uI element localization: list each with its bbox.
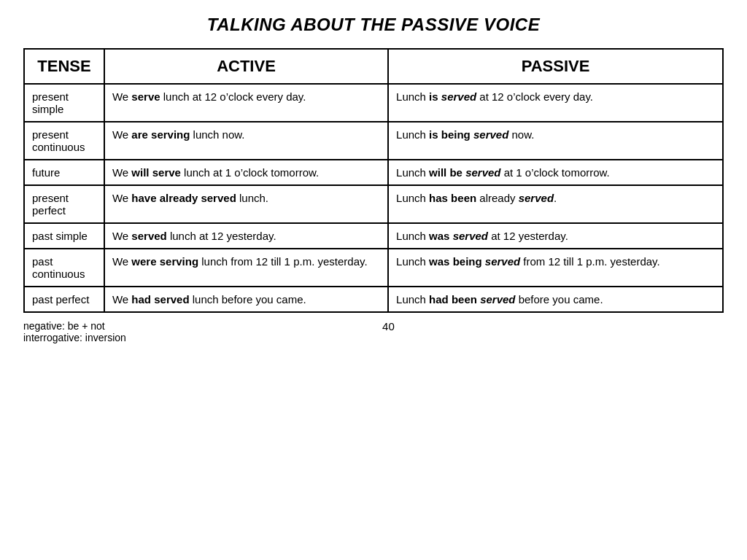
tense-cell: present continuous <box>24 122 104 160</box>
table-row: present simpleWe serve lunch at 12 o’clo… <box>24 84 723 122</box>
active-cell: We are serving lunch now. <box>104 122 388 160</box>
active-cell: We have already served lunch. <box>104 185 388 223</box>
passive-cell: Lunch is being served now. <box>388 122 723 160</box>
table-row: present continuousWe are serving lunch n… <box>24 122 723 160</box>
active-cell: We served lunch at 12 yesterday. <box>104 223 388 249</box>
tense-cell: past continuous <box>24 249 104 287</box>
page-number: 40 <box>126 320 651 332</box>
page-title: TALKING ABOUT THE PASSIVE VOICE <box>207 15 540 35</box>
table-row: past perfectWe had served lunch before y… <box>24 287 723 312</box>
footer: negative: be + not interrogative: invers… <box>23 320 724 343</box>
tense-cell: present perfect <box>24 185 104 223</box>
table-row: futureWe will serve lunch at 1 o’clock t… <box>24 160 723 185</box>
tense-cell: past simple <box>24 223 104 249</box>
active-cell: We serve lunch at 12 o’clock every day. <box>104 84 388 122</box>
passive-cell: Lunch is served at 12 o’clock every day. <box>388 84 723 122</box>
header-tense: TENSE <box>24 49 104 84</box>
tense-cell: past perfect <box>24 287 104 312</box>
active-cell: We were serving lunch from 12 till 1 p.m… <box>104 249 388 287</box>
table-row: past continuousWe were serving lunch fro… <box>24 249 723 287</box>
active-cell: We will serve lunch at 1 o’clock tomorro… <box>104 160 388 185</box>
tense-cell: future <box>24 160 104 185</box>
footer-notes: negative: be + not interrogative: invers… <box>23 320 126 343</box>
passive-cell: Lunch had been served before you came. <box>388 287 723 312</box>
tense-cell: present simple <box>24 84 104 122</box>
passive-cell: Lunch will be served at 1 o’clock tomorr… <box>388 160 723 185</box>
table-row: present perfectWe have already served lu… <box>24 185 723 223</box>
passive-cell: Lunch was being served from 12 till 1 p.… <box>388 249 723 287</box>
active-cell: We had served lunch before you came. <box>104 287 388 312</box>
header-passive: PASSIVE <box>388 49 723 84</box>
passive-cell: Lunch was served at 12 yesterday. <box>388 223 723 249</box>
header-active: ACTIVE <box>104 49 388 84</box>
passive-voice-table: TENSE ACTIVE PASSIVE present simpleWe se… <box>23 48 724 313</box>
passive-cell: Lunch has been already served. <box>388 185 723 223</box>
table-row: past simpleWe served lunch at 12 yesterd… <box>24 223 723 249</box>
